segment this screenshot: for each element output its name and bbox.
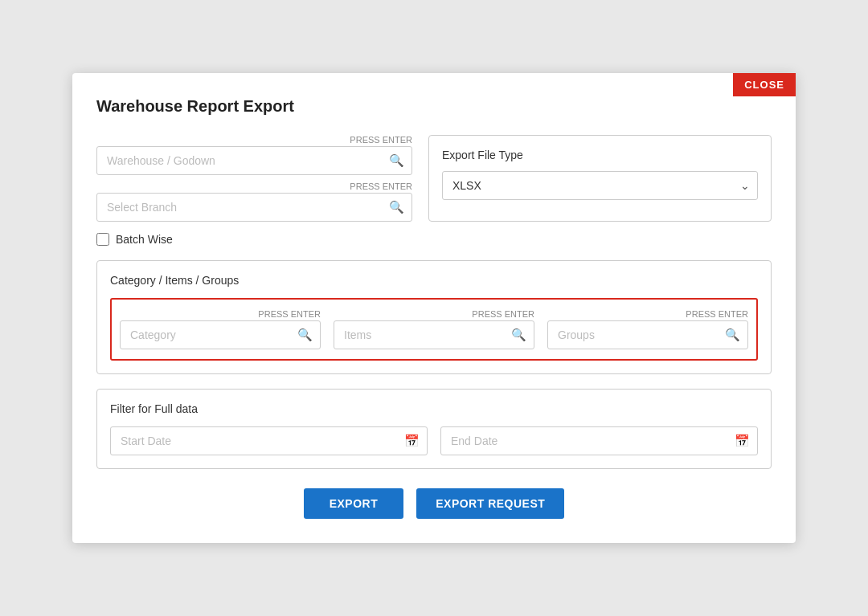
- branch-field-group: PRESS ENTER 🔍: [96, 182, 412, 222]
- items-input[interactable]: [334, 320, 534, 349]
- export-file-type-box: Export File Type XLSX CSV PDF ⌄: [428, 135, 772, 222]
- groups-field-group: PRESS ENTER 🔍: [547, 309, 748, 349]
- category-field-group: PRESS ENTER 🔍: [120, 309, 321, 349]
- branch-search-icon[interactable]: 🔍: [389, 200, 404, 214]
- modal-title: Warehouse Report Export: [96, 97, 772, 116]
- end-date-input[interactable]: [440, 426, 758, 455]
- category-press-enter-label: PRESS ENTER: [120, 309, 321, 319]
- end-date-group: 📅: [440, 426, 758, 455]
- category-input[interactable]: [120, 320, 321, 349]
- items-field-group: PRESS ENTER 🔍: [334, 309, 534, 349]
- groups-search-icon[interactable]: 🔍: [725, 328, 740, 342]
- start-date-calendar-icon[interactable]: 📅: [404, 434, 420, 448]
- category-items-groups-fields: PRESS ENTER 🔍 PRESS ENTER 🔍 PRESS ENTER: [110, 298, 758, 361]
- close-button[interactable]: CLOSE: [733, 73, 796, 96]
- file-type-select[interactable]: XLSX CSV PDF: [442, 171, 758, 200]
- date-row: 📅 📅: [110, 426, 758, 455]
- category-items-groups-section: Category / Items / Groups PRESS ENTER 🔍 …: [96, 260, 772, 374]
- warehouse-field-group: PRESS ENTER 🔍: [96, 135, 412, 175]
- branch-input-wrapper: 🔍: [96, 193, 412, 222]
- category-input-wrapper: 🔍: [120, 320, 321, 349]
- batch-wise-label[interactable]: Batch Wise: [116, 233, 173, 246]
- modal-container: CLOSE Warehouse Report Export PRESS ENTE…: [72, 73, 796, 543]
- export-request-button[interactable]: EXPORT REQUEST: [416, 488, 564, 519]
- branch-press-enter-label: PRESS ENTER: [96, 182, 412, 191]
- groups-input-wrapper: 🔍: [547, 320, 748, 349]
- warehouse-search-icon[interactable]: 🔍: [389, 153, 404, 168]
- groups-input[interactable]: [547, 320, 748, 349]
- export-file-type-label: Export File Type: [442, 149, 758, 161]
- items-press-enter-label: PRESS ENTER: [334, 309, 534, 319]
- batch-wise-row: Batch Wise: [96, 233, 772, 246]
- top-row: PRESS ENTER 🔍 PRESS ENTER 🔍 Export File …: [96, 135, 772, 222]
- action-row: EXPORT EXPORT REQUEST: [96, 488, 772, 519]
- left-column: PRESS ENTER 🔍 PRESS ENTER 🔍: [96, 135, 412, 222]
- items-search-icon[interactable]: 🔍: [511, 328, 526, 342]
- groups-press-enter-label: PRESS ENTER: [547, 309, 748, 319]
- warehouse-input[interactable]: [96, 146, 412, 175]
- filter-section-title: Filter for Full data: [110, 402, 758, 415]
- branch-input[interactable]: [96, 193, 412, 222]
- warehouse-input-wrapper: 🔍: [96, 146, 412, 175]
- warehouse-press-enter-label: PRESS ENTER: [96, 135, 412, 145]
- file-type-select-wrapper: XLSX CSV PDF ⌄: [442, 171, 758, 200]
- start-date-group: 📅: [110, 426, 428, 455]
- filter-section: Filter for Full data 📅 📅: [96, 389, 772, 469]
- category-search-icon[interactable]: 🔍: [297, 328, 313, 342]
- items-input-wrapper: 🔍: [334, 320, 534, 349]
- batch-wise-checkbox[interactable]: [96, 233, 109, 246]
- start-date-input[interactable]: [110, 426, 428, 455]
- modal-backdrop: CLOSE Warehouse Report Export PRESS ENTE…: [0, 0, 868, 616]
- category-items-groups-title: Category / Items / Groups: [110, 274, 758, 287]
- export-button[interactable]: EXPORT: [304, 488, 404, 519]
- end-date-calendar-icon[interactable]: 📅: [735, 434, 750, 448]
